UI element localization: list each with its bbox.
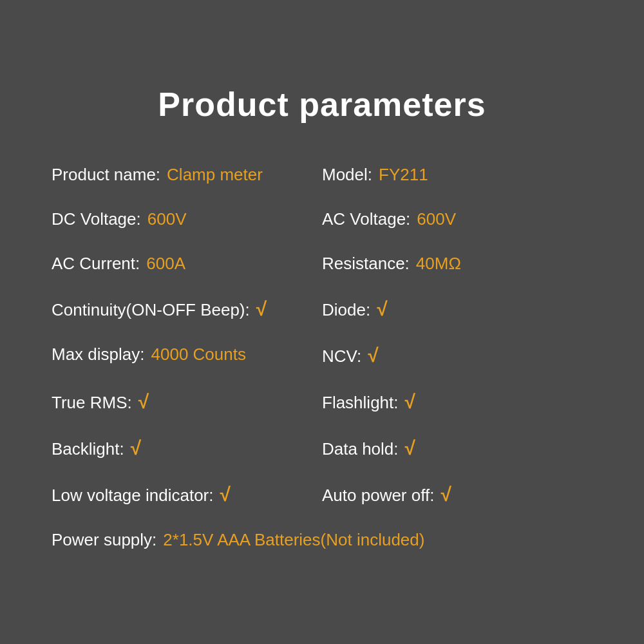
value-product-name: Clamp meter [167, 165, 263, 185]
label-continuity: Continuity(ON-OFF Beep): [52, 300, 250, 320]
param-row-data-hold: Data hold: √ [322, 428, 592, 468]
value-ac-current: 600A [146, 254, 185, 274]
param-row-diode: Diode: √ [322, 289, 592, 329]
param-row-backlight: Backlight: √ [52, 428, 322, 468]
value-dc-voltage: 600V [147, 209, 187, 229]
label-data-hold: Data hold: [322, 439, 399, 459]
page-title: Product parameters [52, 85, 592, 124]
value-data-hold: √ [405, 437, 415, 459]
param-row-true-rms: True RMS: √ [52, 382, 322, 422]
label-product-name: Product name: [52, 165, 160, 185]
label-ac-current: AC Current: [52, 254, 140, 274]
label-power-supply: Power supply: [52, 530, 156, 550]
value-ncv: √ [368, 345, 378, 366]
param-row-low-voltage: Low voltage indicator: √ [52, 475, 322, 515]
param-row-ac-current: AC Current: 600A [52, 245, 322, 283]
param-row-auto-power: Auto power off: √ [322, 475, 592, 515]
param-row-continuity: Continuity(ON-OFF Beep): √ [52, 289, 322, 329]
label-dc-voltage: DC Voltage: [52, 209, 141, 229]
value-continuity: √ [256, 298, 267, 320]
label-backlight: Backlight: [52, 439, 124, 459]
param-row-ac-voltage: AC Voltage: 600V [322, 200, 592, 238]
value-diode: √ [377, 298, 387, 320]
param-row-dc-voltage: DC Voltage: 600V [52, 200, 322, 238]
label-ncv: NCV: [322, 346, 361, 366]
main-container: Product parameters Product name: Clamp m… [13, 59, 631, 585]
value-resistance: 40MΩ [416, 254, 461, 274]
param-row-model: Model: FY211 [322, 156, 592, 194]
label-max-display: Max display: [52, 345, 145, 365]
value-power-supply: 2*1.5V AAA Batteries(Not included) [163, 530, 424, 550]
label-diode: Diode: [322, 300, 370, 320]
param-row-flashlight: Flashlight: √ [322, 382, 592, 422]
value-low-voltage: √ [220, 484, 230, 506]
param-row-ncv: NCV: √ [322, 336, 592, 375]
label-auto-power: Auto power off: [322, 486, 434, 506]
value-max-display: 4000 Counts [151, 345, 246, 365]
param-row-max-display: Max display: 4000 Counts [52, 336, 322, 375]
value-flashlight: √ [405, 391, 415, 413]
value-true-rms: √ [138, 391, 149, 413]
param-row-power-supply: Power supply: 2*1.5V AAA Batteries(Not i… [52, 521, 592, 559]
param-row-product-name: Product name: Clamp meter [52, 156, 322, 194]
label-low-voltage: Low voltage indicator: [52, 486, 213, 506]
params-grid: Product name: Clamp meter Model: FY211 D… [52, 156, 592, 559]
value-ac-voltage: 600V [417, 209, 456, 229]
value-backlight: √ [131, 437, 141, 459]
value-auto-power: √ [440, 484, 451, 506]
label-true-rms: True RMS: [52, 393, 132, 413]
label-model: Model: [322, 165, 372, 185]
label-ac-voltage: AC Voltage: [322, 209, 410, 229]
param-row-resistance: Resistance: 40MΩ [322, 245, 592, 283]
label-flashlight: Flashlight: [322, 393, 399, 413]
value-model: FY211 [379, 165, 428, 185]
label-resistance: Resistance: [322, 254, 410, 274]
